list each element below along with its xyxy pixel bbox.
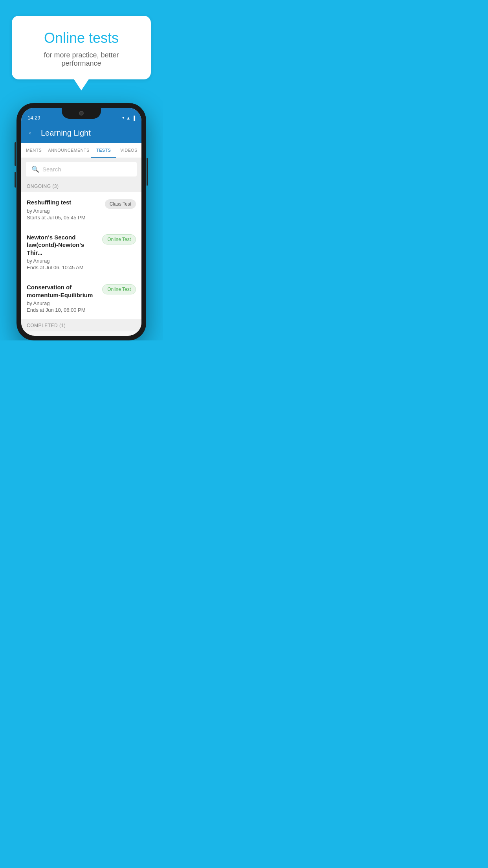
phone-outer: 14:29 ▾ ▲ ▐ ← Learning Light MENTS ANNOU… <box>17 103 146 340</box>
tab-tests[interactable]: TESTS <box>91 143 116 158</box>
status-icons: ▾ ▲ ▐ <box>122 115 135 120</box>
test-item-3[interactable]: Conservation of momentum-Equilibrium by … <box>21 277 141 320</box>
tab-ments[interactable]: MENTS <box>21 143 46 158</box>
phone-button-volume-down <box>15 172 16 188</box>
phone-camera <box>79 111 84 116</box>
test-info-2: Newton's Second law(contd)-Newton's Thir… <box>27 234 98 271</box>
search-placeholder: Search <box>42 166 61 173</box>
test-by-3: by Anurag <box>27 300 98 306</box>
search-container: 🔍 Search <box>21 158 141 180</box>
test-date-1: Starts at Jul 05, 05:45 PM <box>27 215 101 221</box>
search-bar[interactable]: 🔍 Search <box>26 162 137 177</box>
bubble-subtitle: for more practice, better performance <box>24 51 139 68</box>
ongoing-section-header: ONGOING (3) <box>21 180 141 192</box>
test-item-1[interactable]: Reshuffling test by Anurag Starts at Jul… <box>21 192 141 227</box>
back-button[interactable]: ← <box>28 128 36 138</box>
test-badge-2: Online Test <box>102 234 136 245</box>
test-badge-3: Online Test <box>102 284 136 294</box>
speech-bubble: Online tests for more practice, better p… <box>12 16 151 79</box>
signal-icon: ▲ <box>126 116 130 120</box>
search-icon: 🔍 <box>31 166 39 173</box>
test-badge-1: Class Test <box>105 199 136 209</box>
app-header: ← Learning Light <box>21 123 141 143</box>
test-name-2: Newton's Second law(contd)-Newton's Thir… <box>27 234 98 257</box>
wifi-icon: ▾ <box>122 115 125 120</box>
phone-notch <box>62 108 101 119</box>
test-info-3: Conservation of momentum-Equilibrium by … <box>27 283 98 313</box>
hero-section: Online tests for more practice, better p… <box>0 0 163 79</box>
test-by-2: by Anurag <box>27 258 98 264</box>
test-by-1: by Anurag <box>27 208 101 214</box>
test-name-3: Conservation of momentum-Equilibrium <box>27 283 98 299</box>
test-item-2[interactable]: Newton's Second law(contd)-Newton's Thir… <box>21 227 141 278</box>
phone-screen: 14:29 ▾ ▲ ▐ ← Learning Light MENTS ANNOU… <box>21 108 141 336</box>
phone-button-volume-up <box>15 142 16 166</box>
tab-announcements[interactable]: ANNOUNCEMENTS <box>46 143 91 158</box>
phone-mockup: 14:29 ▾ ▲ ▐ ← Learning Light MENTS ANNOU… <box>17 103 146 340</box>
test-info-1: Reshuffling test by Anurag Starts at Jul… <box>27 199 101 221</box>
test-date-3: Ends at Jun 10, 06:00 PM <box>27 307 98 313</box>
test-date-2: Ends at Jul 06, 10:45 AM <box>27 265 98 270</box>
bubble-title: Online tests <box>24 30 139 46</box>
status-time: 14:29 <box>28 115 40 121</box>
phone-button-power <box>147 158 148 186</box>
battery-icon: ▐ <box>132 116 135 120</box>
app-title: Learning Light <box>41 129 91 138</box>
tab-bar: MENTS ANNOUNCEMENTS TESTS VIDEOS <box>21 143 141 158</box>
completed-section-header: COMPLETED (1) <box>21 320 141 331</box>
test-name-1: Reshuffling test <box>27 199 101 206</box>
tab-videos[interactable]: VIDEOS <box>116 143 141 158</box>
test-list: Reshuffling test by Anurag Starts at Jul… <box>21 192 141 320</box>
